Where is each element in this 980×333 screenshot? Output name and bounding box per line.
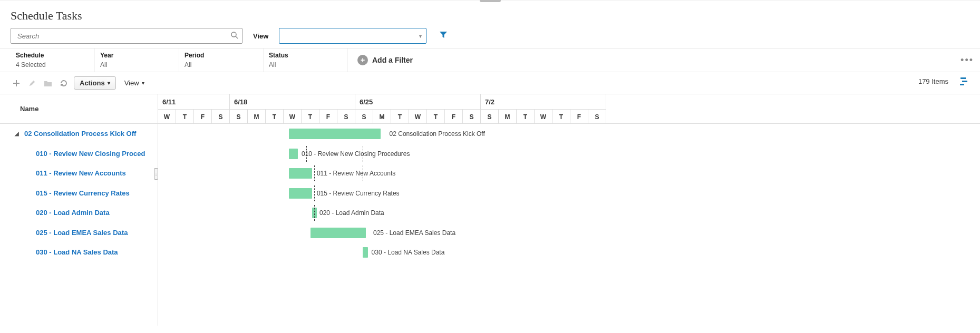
expander-icon[interactable]: ◢ <box>15 131 22 136</box>
week-header-cell[interactable]: 6/18 <box>230 94 355 109</box>
gantt-bar-label: 011 - Review New Accounts <box>317 170 395 177</box>
gantt-row: 010 - Review New Closing Procedures <box>158 144 980 164</box>
gantt-body[interactable]: 02 Consolidation Process Kick Off010 - R… <box>158 124 980 262</box>
gantt-bar-label: 010 - Review New Closing Procedures <box>302 150 410 158</box>
add-icon[interactable] <box>11 77 22 89</box>
filter-year[interactable]: Year All <box>95 48 179 72</box>
svg-rect-2 <box>960 77 966 79</box>
day-header-cell[interactable]: W <box>284 109 302 124</box>
name-column-header[interactable]: Name <box>0 94 158 124</box>
gantt-row: 020 - Load Admin Data <box>158 203 980 223</box>
gantt-mode-icon[interactable] <box>959 75 971 89</box>
day-header-cell[interactable]: T <box>552 109 570 124</box>
day-header-cell[interactable]: T <box>266 109 284 124</box>
view-label: View <box>253 32 268 40</box>
day-header-cell[interactable]: S <box>481 109 499 124</box>
day-header-cell[interactable]: T <box>517 109 535 124</box>
gantt-row: 025 - Load EMEA Sales Data <box>158 223 980 243</box>
filter-schedule[interactable]: Schedule 4 Selected <box>11 48 95 72</box>
filter-icon[interactable] <box>439 31 448 41</box>
tree-child-row[interactable]: 030 - Load NA Sales Data <box>0 242 158 262</box>
tree-child-row[interactable]: 020 - Load Admin Data <box>0 203 158 223</box>
search-box[interactable] <box>11 28 242 44</box>
gantt-bar-label: 015 - Review Currency Rates <box>317 190 400 197</box>
day-header-cell[interactable]: F <box>570 109 588 124</box>
filter-value: All <box>100 61 173 68</box>
gantt-bar[interactable] <box>289 188 312 199</box>
dependency-marker <box>306 146 307 162</box>
day-header-cell[interactable]: W <box>535 109 552 124</box>
gantt-bar[interactable] <box>289 149 298 159</box>
toolbar: Actions ▾ View ▾ 179 Items <box>0 72 980 94</box>
filter-value: All <box>185 61 258 68</box>
day-header-cell[interactable]: W <box>409 109 427 124</box>
filter-label: Year <box>100 52 173 59</box>
day-header-cell[interactable]: F <box>194 109 212 124</box>
tree-parent-row[interactable]: ◢02 Consolidation Process Kick Off <box>0 124 158 144</box>
tree-node-label: 011 - Review New Accounts <box>36 169 126 177</box>
day-header-cell[interactable]: M <box>248 109 266 124</box>
actions-button[interactable]: Actions ▾ <box>74 76 116 90</box>
actions-label: Actions <box>80 79 105 87</box>
day-header-cell[interactable]: M <box>373 109 391 124</box>
day-header-cell[interactable]: T <box>176 109 194 124</box>
svg-rect-4 <box>960 84 964 85</box>
edit-icon[interactable] <box>26 77 38 89</box>
tree-child-row[interactable]: 015 - Review Currency Rates <box>0 183 158 203</box>
gantt-bar-label: 02 Consolidation Process Kick Off <box>390 130 485 138</box>
day-header-cell[interactable]: S <box>337 109 355 124</box>
resize-handle[interactable]: ⋮ <box>154 168 158 180</box>
day-header-cell[interactable]: W <box>158 109 176 124</box>
search-row: View ▾ <box>0 28 980 48</box>
tree-child-row[interactable]: 010 - Review New Closing Proced <box>0 144 158 164</box>
add-filter-label: Add a Filter <box>372 56 413 64</box>
week-header-cell[interactable]: 7/2 <box>481 94 606 109</box>
day-header-row: WTFSSMTWTFSSMTWTFSSMTWTFS <box>158 109 980 124</box>
filter-value: 4 Selected <box>16 61 89 68</box>
folder-icon[interactable] <box>42 77 54 89</box>
refresh-icon[interactable] <box>58 77 70 89</box>
day-header-cell[interactable]: F <box>445 109 463 124</box>
day-header-cell[interactable]: T <box>302 109 319 124</box>
filter-label: Schedule <box>16 52 89 59</box>
day-header-cell[interactable]: M <box>499 109 517 124</box>
drag-handle[interactable] <box>480 0 501 2</box>
timeline-header: 6/116/186/257/2 WTFSSMTWTFSSMTWTFSSMTWTF… <box>158 94 980 124</box>
day-header-cell[interactable]: S <box>212 109 230 124</box>
day-header-cell[interactable]: T <box>427 109 445 124</box>
filter-bar: Schedule 4 Selected Year All Period All … <box>0 48 980 72</box>
day-header-cell[interactable]: S <box>355 109 373 124</box>
day-header-cell[interactable]: S <box>230 109 248 124</box>
filter-status[interactable]: Status All <box>264 48 348 72</box>
search-icon[interactable] <box>230 31 239 41</box>
chevron-down-icon: ▾ <box>108 80 110 86</box>
tree-node-label: 010 - Review New Closing Proced <box>36 150 145 158</box>
dependency-marker <box>314 185 315 201</box>
overflow-menu-icon[interactable]: ••• <box>960 55 974 66</box>
filter-period[interactable]: Period All <box>179 48 264 72</box>
search-input[interactable] <box>16 32 230 41</box>
gantt-bar-label: 020 - Load Admin Data <box>319 209 384 217</box>
day-header-cell[interactable]: F <box>319 109 337 124</box>
gantt-bar[interactable] <box>311 228 366 238</box>
svg-line-1 <box>236 36 238 38</box>
gantt-bar[interactable] <box>289 168 312 179</box>
gantt-row: 02 Consolidation Process Kick Off <box>158 124 980 144</box>
day-header-cell[interactable]: T <box>391 109 409 124</box>
day-header-cell[interactable]: S <box>463 109 481 124</box>
view-button[interactable]: View ▾ <box>120 77 149 89</box>
left-panel: Name ◢02 Consolidation Process Kick Off0… <box>0 94 158 326</box>
tree-child-row[interactable]: 025 - Load EMEA Sales Data <box>0 223 158 243</box>
week-header-cell[interactable]: 6/25 <box>355 94 481 109</box>
view-select[interactable]: ▾ <box>279 28 426 44</box>
tree-node-label: 030 - Load NA Sales Data <box>36 248 118 256</box>
dependency-marker <box>314 165 315 181</box>
day-header-cell[interactable]: S <box>588 109 606 124</box>
gantt-bar[interactable] <box>289 129 380 139</box>
tree-child-row[interactable]: 011 - Review New Accounts <box>0 163 158 183</box>
page-root: Schedule Tasks View ▾ Schedule 4 Selecte… <box>0 0 980 333</box>
add-filter-button[interactable]: + Add a Filter <box>348 48 413 72</box>
week-header-cell[interactable]: 6/11 <box>158 94 230 109</box>
grid-area: Name ◢02 Consolidation Process Kick Off0… <box>0 94 980 326</box>
gantt-bar[interactable] <box>363 247 368 258</box>
